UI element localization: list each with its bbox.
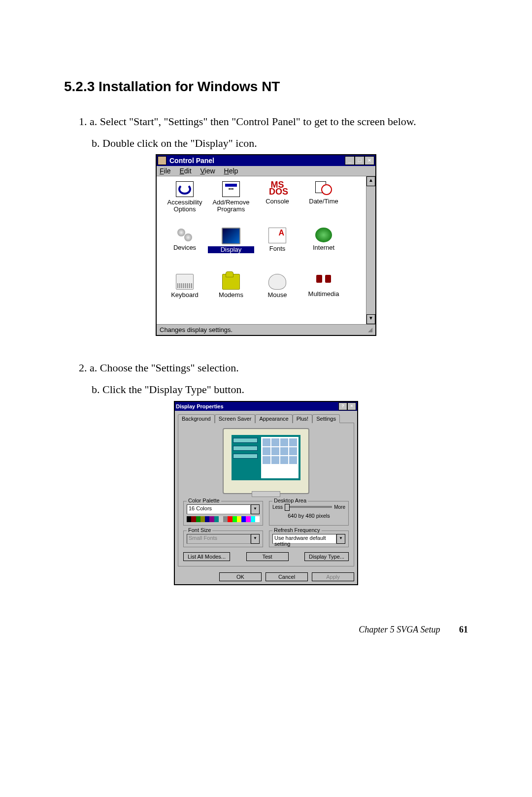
control-panel-window: Control Panel _ □ × File Edit View Help … — [156, 154, 376, 336]
date-icon — [315, 181, 332, 196]
multi-icon — [315, 274, 332, 289]
footer-page-number: 61 — [459, 625, 468, 634]
tab-plus-[interactable]: Plus! — [293, 414, 312, 423]
ok-button[interactable]: OK — [219, 572, 262, 581]
menu-edit[interactable]: Edit — [179, 167, 191, 175]
font-size-select[interactable]: Small Fonts — [187, 534, 251, 544]
control-panel-icon — [158, 156, 166, 165]
icon-label: Display — [208, 246, 254, 253]
icon-label: Devices — [162, 244, 208, 251]
display-properties-dialog: Display Properties ? × BackgroundScreen … — [174, 401, 358, 585]
maximize-button[interactable]: □ — [355, 156, 365, 165]
apply-button[interactable]: Apply — [312, 572, 354, 581]
font-size-group: Font Size Small Fonts ▼ — [183, 531, 263, 547]
icon-label: Fonts — [254, 245, 300, 252]
titlebar[interactable]: Display Properties ? × — [175, 402, 357, 411]
mouse-icon — [268, 274, 286, 290]
statusbar: Changes display settings. ◢ — [157, 324, 375, 335]
help-button[interactable]: ? — [338, 402, 347, 410]
cp-icon-display[interactable]: Display — [208, 226, 254, 272]
vertical-scrollbar[interactable]: ▲ ▼ — [366, 176, 375, 324]
list-all-modes-button[interactable]: List All Modes... — [183, 552, 230, 561]
icon-label: Keyboard — [162, 292, 208, 299]
display-icon — [222, 228, 240, 244]
dialog-title: Display Properties — [176, 403, 338, 409]
close-button[interactable]: × — [347, 402, 356, 410]
fonts-icon — [268, 228, 286, 243]
color-palette-label: Color Palette — [187, 498, 221, 503]
icon-label: Accessibility Options — [162, 199, 208, 212]
menu-help[interactable]: Help — [224, 167, 238, 175]
resize-grip-icon[interactable]: ◢ — [368, 326, 372, 333]
icon-label: Date/Time — [300, 198, 347, 205]
refresh-frequency-label: Refresh Frequency — [272, 527, 322, 533]
test-button[interactable]: Test — [246, 552, 289, 561]
dropdown-button[interactable]: ▼ — [251, 534, 260, 544]
cp-icon-devices[interactable]: Devices — [162, 226, 208, 272]
cp-icon-modem[interactable]: Modems — [208, 272, 254, 318]
cp-icon-access[interactable]: Accessibility Options — [162, 179, 208, 226]
tab-background[interactable]: Background — [178, 414, 215, 423]
menubar: File Edit View Help — [157, 166, 375, 176]
tab-screen-saver[interactable]: Screen Saver — [215, 414, 256, 423]
settings-panel: Color Palette 16 Colors ▼ Desktop Area L… — [178, 423, 354, 566]
status-text: Changes display settings. — [160, 326, 233, 333]
modem-icon — [222, 274, 240, 290]
titlebar[interactable]: Control Panel _ □ × — [157, 155, 375, 166]
menu-file[interactable]: File — [160, 167, 171, 175]
refresh-frequency-select[interactable]: Use hardware default setting — [272, 534, 336, 544]
icon-area: Accessibility OptionsAdd/Remove Programs… — [157, 176, 375, 324]
palette-swatch — [187, 516, 260, 522]
cp-icon-internet[interactable]: Internet — [300, 226, 347, 272]
scroll-down-button[interactable]: ▼ — [366, 314, 375, 324]
step-2a: 2. a. Choose the "Settings" selection. — [79, 361, 468, 375]
access-icon — [176, 181, 194, 197]
section-heading: 5.2.3 Installation for Windows NT — [64, 79, 468, 95]
footer-chapter: Chapter 5 SVGA Setup — [359, 625, 440, 634]
dropdown-button[interactable]: ▼ — [251, 504, 260, 514]
console-icon: MS DOS — [269, 181, 286, 196]
step-2b: b. Click the "Display Type" button. — [92, 382, 468, 397]
cp-icon-date[interactable]: Date/Time — [300, 179, 347, 226]
cp-icon-fonts[interactable]: Fonts — [254, 226, 300, 272]
desktop-area-slider[interactable] — [285, 506, 332, 508]
tab-strip: BackgroundScreen SaverAppearancePlus!Set… — [175, 411, 357, 423]
cp-icon-console[interactable]: MS DOSConsole — [254, 179, 300, 226]
slider-less-label: Less — [272, 504, 283, 510]
refresh-frequency-group: Refresh Frequency Use hardware default s… — [269, 531, 349, 547]
addrem-icon — [222, 181, 240, 197]
devices-icon — [176, 228, 193, 242]
icon-label: Multimedia — [300, 291, 347, 298]
color-palette-select[interactable]: 16 Colors — [187, 504, 251, 514]
window-title: Control Panel — [169, 157, 345, 165]
page-footer: Chapter 5 SVGA Setup 61 — [64, 625, 468, 635]
internet-icon — [315, 228, 332, 242]
icon-label: Modems — [208, 292, 254, 299]
color-palette-group: Color Palette 16 Colors ▼ — [183, 501, 263, 526]
display-type-button[interactable]: Display Type... — [304, 552, 349, 561]
icon-label: Mouse — [254, 292, 300, 299]
menu-view[interactable]: View — [200, 167, 215, 175]
icon-label: Console — [254, 198, 300, 205]
step-1a: 1. a. Select "Start", "Settings" then "C… — [79, 114, 468, 129]
cp-icon-multi[interactable]: Multimedia — [300, 272, 347, 318]
font-size-label: Font Size — [187, 527, 212, 533]
monitor-preview — [223, 428, 309, 494]
tab-appearance[interactable]: Appearance — [255, 414, 292, 423]
desktop-area-label: Desktop Area — [272, 498, 308, 503]
desktop-area-value: 640 by 480 pixels — [272, 513, 345, 519]
tab-settings[interactable]: Settings — [312, 414, 340, 423]
close-button[interactable]: × — [365, 156, 374, 165]
cp-icon-addrem[interactable]: Add/Remove Programs — [208, 179, 254, 226]
scroll-up-button[interactable]: ▲ — [366, 176, 375, 186]
dropdown-button[interactable]: ▼ — [336, 534, 345, 544]
cancel-button[interactable]: Cancel — [266, 572, 308, 581]
desktop-area-group: Desktop Area Less More 640 by 480 pixels — [269, 501, 349, 526]
cp-icon-kbd[interactable]: Keyboard — [162, 272, 208, 318]
cp-icon-mouse[interactable]: Mouse — [254, 272, 300, 318]
icon-label: Internet — [300, 244, 347, 251]
minimize-button[interactable]: _ — [345, 156, 355, 165]
slider-more-label: More — [334, 504, 345, 510]
step-1b: b. Double click on the "Display" icon. — [92, 136, 468, 151]
kbd-icon — [176, 274, 194, 290]
